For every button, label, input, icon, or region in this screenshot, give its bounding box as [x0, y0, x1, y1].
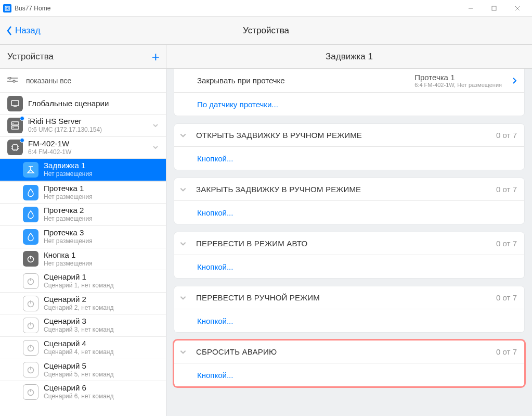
- sidebar-item-label: Сценарий 6: [44, 383, 161, 393]
- sidebar-item-label: Сценарий 1: [44, 272, 161, 282]
- detail-body: Закрывать при протечке Протечка 1 6:4 FM…: [166, 69, 532, 416]
- chevron-down-icon: [152, 122, 161, 129]
- action-card: ОТКРЫТЬ ЗАДВИЖКУ В РУЧНОМ РЕЖИМЕ 0 от 7 …: [174, 124, 524, 170]
- window-close-button[interactable]: [505, 1, 529, 16]
- sidebar-item[interactable]: Сценарий 5Сценарий 5, нет команд: [0, 359, 166, 381]
- sidebar-item-sublabel: 0:6 UMC (172.17.130.154): [28, 126, 152, 134]
- action-header[interactable]: ОТКРЫТЬ ЗАДВИЖКУ В РУЧНОМ РЕЖИМЕ 0 от 7: [174, 124, 524, 147]
- sidebar-item-sublabel: Нет размещения: [44, 215, 161, 223]
- action-count: 0 от 7: [496, 347, 517, 356]
- sidebar-item[interactable]: Задвижка 1Нет размещения: [0, 159, 166, 181]
- sidebar-item[interactable]: Сценарий 4Сценарий 4, нет команд: [0, 336, 166, 359]
- drop-icon: [23, 207, 38, 222]
- sidebar-item-label: Задвижка 1: [44, 161, 161, 170]
- sidebar-item-sublabel: Сценарий 3, нет команд: [44, 326, 161, 334]
- chip-icon: [7, 140, 23, 155]
- action-title: ПЕРЕВЕСТИ В РУЧНОЙ РЕЖИМ: [196, 293, 496, 302]
- svg-rect-16: [12, 145, 18, 150]
- sidebar-item-label: Протечка 2: [44, 206, 161, 215]
- action-link[interactable]: Кнопкой...: [174, 255, 524, 278]
- action-link[interactable]: Кнопкой...: [174, 201, 524, 224]
- action-header[interactable]: ПЕРЕВЕСТИ В РУЧНОЙ РЕЖИМ 0 от 7: [174, 286, 524, 309]
- chevron-down-icon: [179, 348, 192, 356]
- svg-rect-0: [5, 6, 9, 10]
- power-icon: [23, 296, 38, 311]
- action-card: СБРОСИТЬ АВАРИЮ 0 от 7 Кнопкой...: [174, 341, 524, 386]
- action-link[interactable]: Кнопкой...: [174, 309, 524, 332]
- leak-close-row[interactable]: Закрывать при протечке Протечка 1 6:4 FM…: [174, 69, 524, 93]
- window-minimize-button[interactable]: [459, 1, 482, 16]
- sidebar-item-label: Сценарий 5: [44, 361, 161, 371]
- action-header[interactable]: ЗАКРЫТЬ ЗАДВИЖКУ В РУЧНОМ РЕЖИМЕ 0 от 7: [174, 178, 524, 201]
- sidebar-item-sublabel: Сценарий 1, нет команд: [44, 282, 161, 290]
- sidebar-item[interactable]: Протечка 1Нет размещения: [0, 181, 166, 204]
- sidebar-item[interactable]: Протечка 3Нет размещения: [0, 225, 166, 248]
- sidebar-item-sublabel: Сценарий 5, нет команд: [44, 371, 161, 379]
- page-header: Назад Устройства: [0, 17, 532, 45]
- sidebar-item-sublabel: Сценарий 2, нет команд: [44, 304, 161, 312]
- action-title: СБРОСИТЬ АВАРИЮ: [196, 347, 496, 356]
- device-tree: Глобальные сценарииiRidi HS Server0:6 UM…: [0, 93, 166, 416]
- drop-icon: [23, 185, 38, 200]
- sidebar-item-label: Сценарий 2: [44, 295, 161, 304]
- sidebar-header: Устройства +: [0, 45, 166, 69]
- sidebar-item-label: FM-402-1W: [28, 139, 152, 148]
- svg-point-15: [12, 127, 14, 128]
- chevron-down-icon: [179, 186, 192, 193]
- sidebar-item-label: iRidi HS Server: [28, 117, 152, 126]
- drop-icon: [23, 229, 38, 245]
- svg-point-7: [9, 77, 11, 79]
- power-icon: [23, 384, 38, 400]
- action-title: ЗАКРЫТЬ ЗАДВИЖКУ В РУЧНОМ РЕЖИМЕ: [196, 185, 496, 194]
- action-title: ПЕРЕВЕСТИ В РЕЖИМ АВТО: [196, 239, 496, 248]
- leak-sensor-link[interactable]: По датчику протечки...: [174, 93, 524, 116]
- action-card: ПЕРЕВЕСТИ В РЕЖИМ АВТО 0 от 7 Кнопкой...: [174, 232, 524, 278]
- detail-card: Закрывать при протечке Протечка 1 6:4 FM…: [174, 69, 524, 116]
- detail-pane: Задвижка 1 Закрывать при протечке Протеч…: [166, 45, 532, 416]
- detail-title: Задвижка 1: [166, 45, 532, 69]
- action-count: 0 от 7: [496, 185, 517, 194]
- sidebar-item-sublabel: Сценарий 6, нет команд: [44, 393, 161, 401]
- sidebar-title: Устройства: [7, 52, 54, 62]
- action-count: 0 от 7: [496, 239, 517, 248]
- add-device-button[interactable]: +: [152, 50, 160, 64]
- sidebar-item-label: Кнопка 1: [44, 250, 161, 260]
- action-count: 0 от 7: [496, 131, 517, 140]
- sidebar-item[interactable]: Сценарий 3Сценарий 3, нет команд: [0, 314, 166, 336]
- sidebar-item[interactable]: Сценарий 1Сценарий 1, нет команд: [0, 270, 166, 292]
- row-subvalue: 6:4 FM-402-1W, Нет размещения: [414, 82, 502, 88]
- chevron-left-icon: [6, 26, 12, 36]
- sidebar-item-label: Протечка 1: [44, 184, 161, 193]
- valve-icon: [23, 162, 38, 178]
- sidebar-item[interactable]: Сценарий 6Сценарий 6, нет команд: [0, 381, 166, 403]
- sidebar-item[interactable]: Протечка 2Нет размещения: [0, 203, 166, 225]
- svg-point-9: [13, 80, 15, 82]
- sidebar-item[interactable]: Глобальные сценарии: [0, 93, 166, 115]
- server-icon: [7, 118, 23, 133]
- sidebar-item[interactable]: FM-402-1W6:4 FM-402-1W: [0, 137, 166, 159]
- sidebar: Устройства + показаны все Глобальные сце…: [0, 45, 166, 416]
- back-label: Назад: [15, 26, 41, 36]
- back-button[interactable]: Назад: [6, 26, 41, 36]
- chevron-down-icon: [179, 294, 192, 301]
- svg-rect-10: [11, 100, 19, 106]
- window-title: Bus77 Home: [15, 5, 50, 12]
- sidebar-item-label: Протечка 3: [44, 228, 161, 237]
- power-icon: [23, 273, 38, 289]
- window-maximize-button[interactable]: [482, 1, 505, 16]
- chevron-right-icon: [512, 77, 517, 84]
- action-header[interactable]: СБРОСИТЬ АВАРИЮ 0 от 7: [174, 341, 524, 363]
- filter-row[interactable]: показаны все: [0, 69, 166, 93]
- sidebar-item[interactable]: Кнопка 1Нет размещения: [0, 248, 166, 270]
- action-link[interactable]: Кнопкой...: [174, 147, 524, 170]
- power-icon: [23, 340, 38, 356]
- sidebar-item[interactable]: Сценарий 2Сценарий 2, нет команд: [0, 292, 166, 314]
- action-link[interactable]: Кнопкой...: [174, 363, 524, 386]
- sidebar-item[interactable]: iRidi HS Server0:6 UMC (172.17.130.154): [0, 115, 166, 137]
- app-icon: [3, 4, 11, 12]
- action-card: ЗАКРЫТЬ ЗАДВИЖКУ В РУЧНОМ РЕЖИМЕ 0 от 7 …: [174, 178, 524, 224]
- row-label: Закрывать при протечке: [197, 76, 285, 85]
- action-header[interactable]: ПЕРЕВЕСТИ В РЕЖИМ АВТО 0 от 7: [174, 232, 524, 255]
- sidebar-item-sublabel: 6:4 FM-402-1W: [28, 148, 152, 157]
- svg-point-14: [12, 123, 14, 124]
